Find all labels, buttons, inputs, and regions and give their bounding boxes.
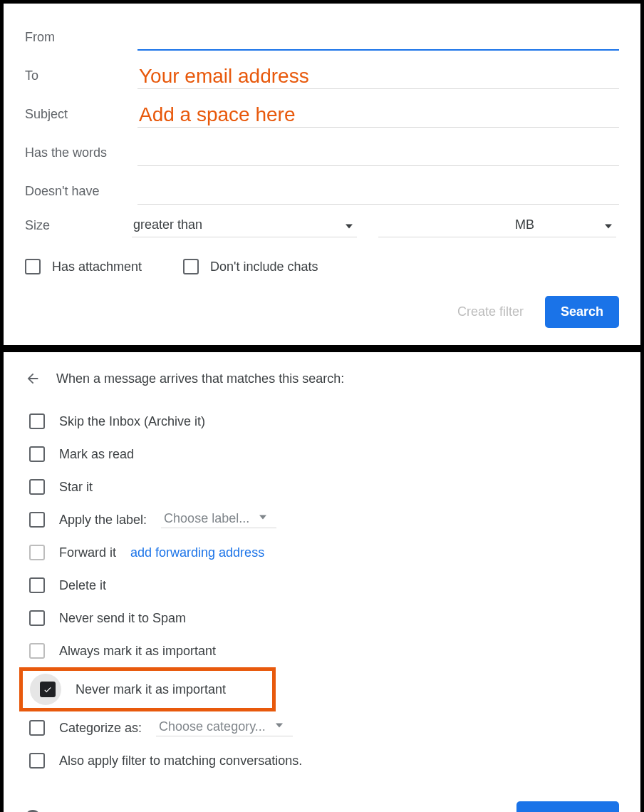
filter-header: When a message arrives that matches this… bbox=[25, 371, 619, 386]
search-actions: Create filter Search bbox=[25, 296, 619, 328]
input-has-words[interactable] bbox=[137, 145, 619, 166]
label-never-spam: Never send it to Spam bbox=[59, 611, 186, 626]
checkbox-ripple bbox=[30, 674, 61, 705]
label-never-important: Never mark it as important bbox=[76, 682, 226, 697]
label-exclude-chats: Don't include chats bbox=[210, 259, 318, 274]
label-apply-label: Apply the label: bbox=[59, 513, 147, 528]
row-subject: Subject Add a space here bbox=[25, 93, 619, 128]
input-subject[interactable] bbox=[137, 107, 619, 128]
checkbox-categorize-as[interactable] bbox=[29, 720, 45, 736]
filter-footer: ? Learn more Create filter bbox=[25, 801, 619, 812]
row-from: From bbox=[25, 16, 619, 51]
chevron-down-icon bbox=[259, 515, 266, 519]
label-has-attachment: Has attachment bbox=[52, 259, 142, 274]
help-icon[interactable]: ? bbox=[25, 810, 41, 813]
opt-always-important: Always mark it as important bbox=[25, 634, 619, 667]
checkbox-never-important[interactable] bbox=[40, 682, 56, 697]
select-size-unit-value: MB bbox=[515, 217, 534, 232]
label-always-important: Always mark it as important bbox=[59, 644, 216, 659]
select-categorize-as[interactable]: Choose category... bbox=[156, 719, 293, 736]
check-icon bbox=[43, 684, 53, 694]
checkbox-delete-it[interactable] bbox=[29, 577, 45, 593]
label-also-apply: Also apply filter to matching conversati… bbox=[59, 754, 302, 769]
label-mark-read: Mark as read bbox=[59, 447, 134, 462]
select-size-unit[interactable]: MB bbox=[514, 215, 616, 237]
select-size-operator-value: greater than bbox=[133, 217, 202, 232]
opt-categorize-as: Categorize as: Choose category... bbox=[25, 711, 619, 744]
input-doesnt-have[interactable] bbox=[137, 184, 619, 205]
checkbox-star-it[interactable] bbox=[29, 479, 45, 495]
search-button[interactable]: Search bbox=[545, 296, 619, 328]
opt-never-important: Never mark it as important bbox=[19, 667, 276, 711]
checkbox-forward-it bbox=[29, 545, 45, 560]
group-exclude-chats: Don't include chats bbox=[183, 259, 318, 274]
checkbox-also-apply[interactable] bbox=[29, 753, 45, 769]
opt-forward-it: Forward it add forwarding address bbox=[25, 536, 619, 569]
label-size: Size bbox=[25, 218, 132, 237]
select-size-operator[interactable]: greater than bbox=[132, 215, 357, 237]
label-subject: Subject bbox=[25, 107, 137, 128]
input-from[interactable] bbox=[137, 29, 619, 51]
chevron-down-icon bbox=[605, 224, 612, 228]
row-size: Size greater than MB bbox=[25, 215, 619, 237]
arrow-back-icon[interactable] bbox=[25, 371, 41, 386]
input-subject-wrapper: Add a space here bbox=[137, 107, 619, 128]
checkbox-never-spam[interactable] bbox=[29, 610, 45, 626]
label-to: To bbox=[25, 68, 137, 89]
chevron-down-icon bbox=[276, 723, 283, 727]
link-add-forwarding-address[interactable]: add forwarding address bbox=[130, 545, 264, 560]
row-doesnt-have: Doesn't have bbox=[25, 170, 619, 205]
label-skip-inbox: Skip the Inbox (Archive it) bbox=[59, 414, 205, 429]
label-from: From bbox=[25, 30, 137, 51]
select-apply-label[interactable]: Choose label... bbox=[161, 511, 276, 528]
filter-actions-panel: When a message arrives that matches this… bbox=[0, 349, 644, 812]
label-has-words: Has the words bbox=[25, 145, 137, 166]
create-filter-link[interactable]: Create filter bbox=[457, 304, 524, 319]
label-forward-it: Forward it bbox=[59, 545, 116, 560]
input-to[interactable] bbox=[137, 68, 619, 89]
checkbox-has-attachment[interactable] bbox=[25, 259, 41, 274]
checkbox-always-important[interactable] bbox=[29, 643, 45, 659]
opt-never-spam: Never send it to Spam bbox=[25, 602, 619, 634]
input-size-amount[interactable] bbox=[378, 217, 514, 237]
opt-star-it: Star it bbox=[25, 471, 619, 503]
label-delete-it: Delete it bbox=[59, 578, 106, 593]
select-apply-label-value: Choose label... bbox=[164, 511, 249, 526]
row-has-words: Has the words bbox=[25, 132, 619, 166]
create-filter-button[interactable]: Create filter bbox=[516, 801, 619, 812]
opt-also-apply: Also apply filter to matching conversati… bbox=[25, 744, 619, 777]
checkbox-exclude-chats[interactable] bbox=[183, 259, 199, 274]
row-extra-checks: Has attachment Don't include chats bbox=[25, 259, 619, 274]
filter-header-text: When a message arrives that matches this… bbox=[56, 371, 344, 386]
opt-mark-read: Mark as read bbox=[25, 438, 619, 471]
input-to-wrapper: Your email address bbox=[137, 68, 619, 89]
row-to: To Your email address bbox=[25, 55, 619, 89]
checkbox-apply-label[interactable] bbox=[29, 512, 45, 528]
opt-apply-label: Apply the label: Choose label... bbox=[25, 503, 619, 536]
learn-more-group: ? Learn more bbox=[25, 810, 120, 813]
opt-skip-inbox: Skip the Inbox (Archive it) bbox=[25, 405, 619, 438]
checkbox-mark-read[interactable] bbox=[29, 446, 45, 462]
label-star-it: Star it bbox=[59, 480, 93, 495]
label-categorize-as: Categorize as: bbox=[59, 721, 142, 736]
checkbox-skip-inbox[interactable] bbox=[29, 413, 45, 429]
chevron-down-icon bbox=[346, 224, 353, 228]
group-has-attachment: Has attachment bbox=[25, 259, 142, 274]
label-doesnt-have: Doesn't have bbox=[25, 184, 137, 205]
select-categorize-as-value: Choose category... bbox=[159, 719, 266, 734]
opt-delete-it: Delete it bbox=[25, 569, 619, 602]
search-form-panel: From To Your email address Subject Add a… bbox=[0, 0, 644, 349]
